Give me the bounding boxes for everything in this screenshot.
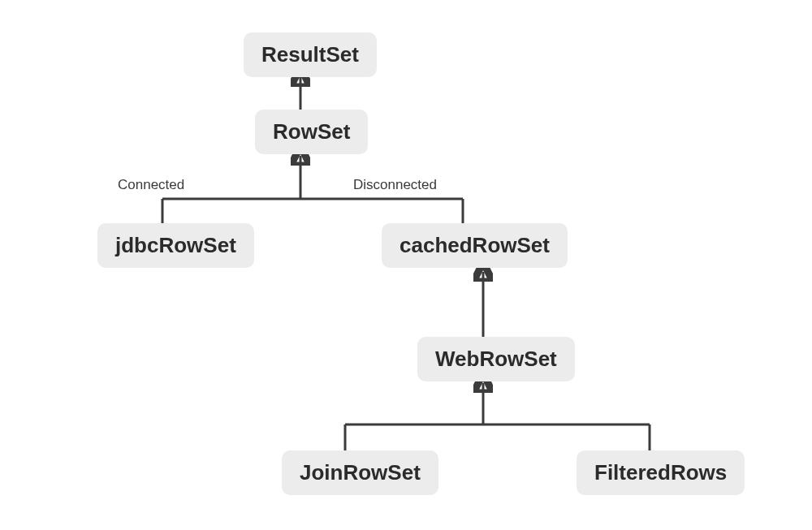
node-filteredrows: FilteredRows: [577, 450, 745, 495]
node-webrowset: WebRowSet: [417, 337, 575, 381]
node-resultset: ResultSet: [244, 32, 377, 77]
node-label: RowSet: [273, 119, 350, 144]
edge-label-connected: Connected: [118, 177, 184, 193]
hierarchy-diagram: ResultSet RowSet Connected Disconnected …: [0, 0, 812, 530]
node-label: FilteredRows: [594, 460, 727, 485]
node-label: ResultSet: [261, 42, 359, 67]
node-jdbcrowset: jdbcRowSet: [97, 223, 254, 268]
node-label: JoinRowSet: [300, 460, 421, 485]
node-label: jdbcRowSet: [115, 233, 236, 257]
node-label: cachedRowSet: [400, 233, 550, 257]
node-rowset: RowSet: [255, 110, 368, 154]
node-joinrowset: JoinRowSet: [282, 450, 438, 495]
edge-label-disconnected: Disconnected: [353, 177, 437, 193]
node-label: WebRowSet: [435, 347, 557, 371]
node-cachedrowset: cachedRowSet: [382, 223, 568, 268]
